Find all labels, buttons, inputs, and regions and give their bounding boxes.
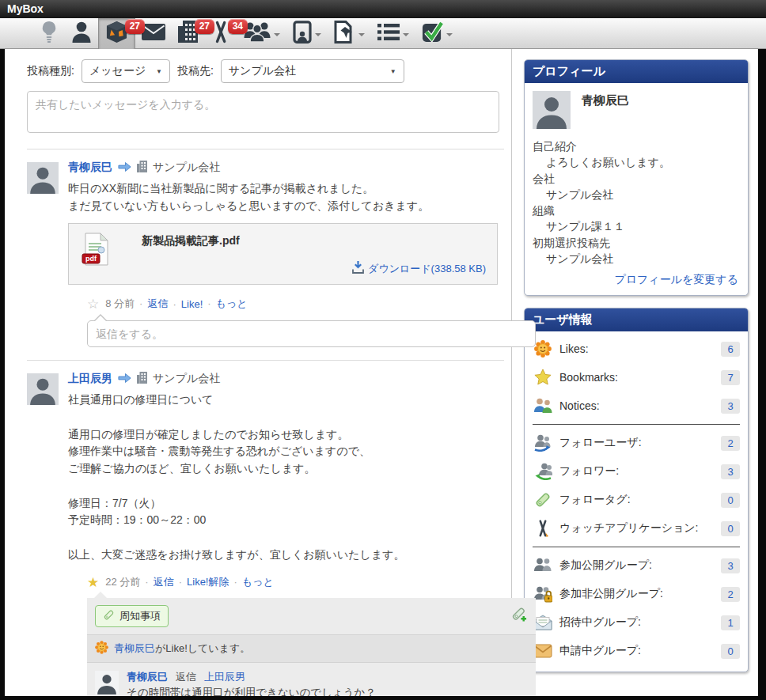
liker-link[interactable]: 青柳辰巳 (114, 642, 155, 654)
user-info-row: ウォッチアプリケーション: 0 (525, 514, 748, 543)
user-info-count[interactable]: 1 (721, 615, 740, 630)
post-timestamp: 8 分前 (105, 297, 135, 311)
comment-target-link[interactable]: 上田辰男 (204, 670, 245, 684)
user-info-count[interactable]: 2 (721, 587, 740, 602)
bookmark-star-toggle[interactable]: ★ (87, 576, 99, 589)
user-info-row: フォロワー: 3 (525, 457, 748, 486)
user-info-label: ウォッチアプリケーション: (559, 521, 721, 535)
user-info-row: 招待中グループ: 1 (525, 608, 748, 637)
toolbar-item-company[interactable]: 27 (172, 18, 204, 49)
message-input[interactable] (27, 91, 499, 133)
chevron-down-icon: ▼ (156, 68, 162, 75)
user-info-count[interactable]: 6 (721, 342, 740, 357)
post-target: サンプル会社 (153, 161, 220, 175)
user-info-count[interactable]: 2 (721, 436, 740, 451)
main-toolbar: 27 27 34 (0, 18, 766, 49)
reply-input[interactable] (87, 320, 536, 347)
user-info-row: 参加非公開グループ: 2 (525, 580, 748, 608)
more-link[interactable]: もっと (203, 297, 247, 311)
document-pin-icon (334, 21, 355, 47)
app-title: MyBox (7, 2, 44, 15)
notification-badge: 27 (195, 19, 214, 34)
arrow-right-icon (118, 161, 131, 175)
comment-thread: 周知事項 青柳辰巳がLike!しています。 青柳 (87, 598, 536, 696)
user-info-count[interactable]: 0 (721, 644, 740, 659)
avatar[interactable] (95, 671, 119, 694)
chevron-down-icon: ▼ (390, 68, 396, 75)
profile-field-value: サンプル会社 (533, 187, 740, 202)
toolbar-item-notifications[interactable] (33, 18, 65, 49)
reply-link[interactable]: 返信 (135, 297, 168, 311)
user-info-row: Notices: 3 (525, 392, 748, 420)
change-profile-link[interactable]: プロフィールを変更する (614, 273, 738, 286)
user-info-count[interactable]: 3 (721, 558, 740, 573)
post-author-link[interactable]: 上田辰男 (68, 372, 112, 386)
app-titlebar: MyBox (0, 0, 766, 18)
unlike-link[interactable]: Like!解除 (174, 575, 229, 589)
user-info-row: Likes: 6 (525, 335, 748, 363)
user-info-count[interactable]: 7 (721, 370, 740, 385)
more-link[interactable]: もっと (229, 575, 273, 589)
tablet-person-icon (293, 21, 312, 47)
pdf-file-icon: pdf (82, 233, 108, 269)
post-actions: ★ 22 分前 返信 Like!解除 もっと (87, 575, 499, 589)
like-link[interactable]: Like! (168, 298, 203, 310)
user-info-label: 招待中グループ: (559, 615, 721, 630)
user-info-count[interactable]: 3 (721, 464, 740, 479)
chevron-down-icon (403, 33, 409, 40)
user-info-row: Bookmarks: 7 (525, 363, 748, 392)
user-info-count[interactable]: 3 (721, 399, 740, 414)
user-info-count[interactable]: 0 (721, 493, 740, 508)
post-destination-select[interactable]: サンプル会社 ▼ (221, 59, 404, 83)
notices-people-icon (533, 396, 553, 415)
comment-author-link[interactable]: 青柳辰巳 (127, 670, 168, 684)
profile-name: 青柳辰巳 (582, 93, 629, 132)
comment-item: 青柳辰巳 返信 上田辰男 その時間帯は通用口が利用できないのでしょうか？ ☆ 2… (87, 663, 536, 696)
tag-row: 周知事項 (87, 598, 536, 634)
avatar[interactable] (533, 91, 571, 132)
add-tag-icon[interactable] (511, 607, 528, 626)
reply-box (87, 320, 536, 347)
follower-icon (533, 462, 553, 481)
like-notice: 青柳辰巳がLike!しています。 (87, 634, 536, 663)
watch-application-icon (533, 519, 553, 538)
profile-panel-header: プロフィール (525, 60, 748, 83)
comment-reply-word: 返信 (176, 670, 196, 684)
avatar[interactable] (27, 162, 59, 194)
section-divider (533, 547, 740, 547)
post-body: 昨日のXX新聞に当社新製品に関する記事が掲載されました。 まだ見ていない方もいら… (68, 180, 499, 214)
post-author-link[interactable]: 青柳辰巳 (68, 161, 112, 175)
profile-field-label: 自己紹介 (533, 138, 740, 154)
post-body: 社員通用口の修理日について 通用口の修理日が確定しましたのでお知らせ致します。 … (68, 392, 499, 563)
profile-field-label: 会社 (533, 171, 740, 187)
post-dest-label: 投稿先: (177, 64, 214, 78)
profile-field-value: サンプル会社 (533, 251, 740, 267)
toolbar-item-contacts[interactable] (286, 18, 328, 49)
toolbar-item-notes[interactable] (328, 18, 371, 49)
post-type-select[interactable]: メッセージ ▼ (82, 59, 170, 83)
user-info-row: 参加公開グループ: 3 (525, 551, 748, 580)
toolbar-item-tasks[interactable] (415, 18, 459, 49)
user-info-row: フォロータグ: 0 (525, 486, 748, 514)
like-flower-icon (95, 641, 108, 656)
post-item: 上田辰男 サンプル会社 社員通用口の修理日について 通用口の修理日が確定しました… (27, 361, 499, 696)
toolbar-item-lists[interactable] (371, 18, 415, 49)
post-dest-value: サンプル会社 (229, 64, 296, 78)
user-info-label: Bookmarks: (559, 371, 721, 384)
toolbar-item-profile[interactable] (65, 18, 98, 49)
svg-text:pdf: pdf (85, 255, 97, 263)
post-composer: 投稿種別: メッセージ ▼ 投稿先: サンプル会社 ▼ (27, 59, 511, 136)
user-info-count[interactable]: 0 (721, 521, 740, 536)
bookmark-star-toggle[interactable]: ☆ (87, 297, 99, 311)
mail-icon (142, 24, 165, 44)
toolbar-item-share[interactable]: 27 (98, 18, 135, 49)
user-info-row: フォローユーザ: 2 (525, 429, 748, 457)
user-info-label: 参加非公開グループ: (559, 587, 721, 601)
reply-link[interactable]: 返信 (140, 575, 173, 589)
download-link[interactable]: ダウンロード(338.58 KB) (352, 261, 486, 276)
tag-chip[interactable]: 周知事項 (95, 605, 169, 627)
user-info-panel-header: ユーザ情報 (525, 308, 748, 331)
avatar[interactable] (27, 373, 59, 405)
profile-field-value: サンプル課１１ (533, 218, 740, 234)
follow-tag-icon (533, 490, 553, 509)
